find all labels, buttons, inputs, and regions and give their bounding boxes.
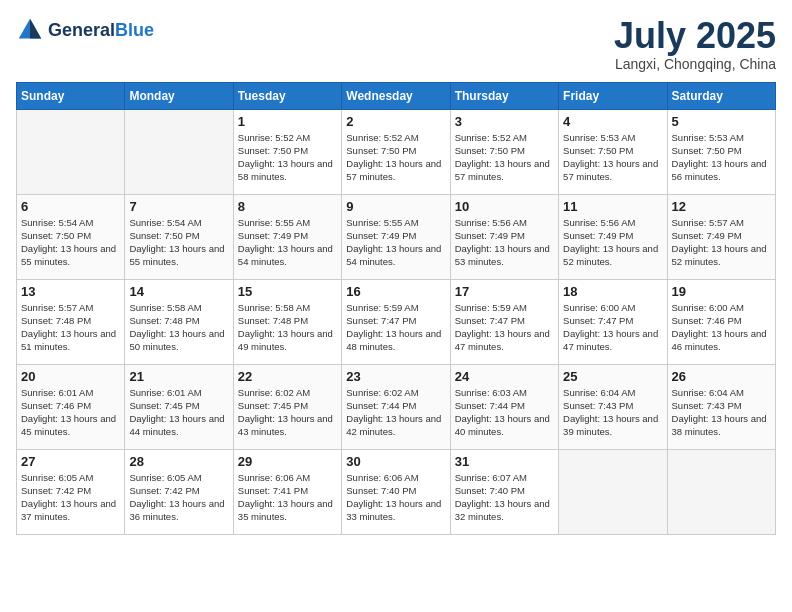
day-info: Sunrise: 5:58 AMSunset: 7:48 PMDaylight:… (238, 301, 337, 354)
day-cell-4: 4Sunrise: 5:53 AMSunset: 7:50 PMDaylight… (559, 109, 667, 194)
day-info: Sunrise: 5:53 AMSunset: 7:50 PMDaylight:… (672, 131, 771, 184)
day-number: 2 (346, 114, 445, 129)
day-cell-25: 25Sunrise: 6:04 AMSunset: 7:43 PMDayligh… (559, 364, 667, 449)
day-cell-8: 8Sunrise: 5:55 AMSunset: 7:49 PMDaylight… (233, 194, 341, 279)
month-title: July 2025 (614, 16, 776, 56)
day-cell-12: 12Sunrise: 5:57 AMSunset: 7:49 PMDayligh… (667, 194, 775, 279)
day-number: 25 (563, 369, 662, 384)
day-number: 17 (455, 284, 554, 299)
empty-cell (559, 449, 667, 534)
day-cell-20: 20Sunrise: 6:01 AMSunset: 7:46 PMDayligh… (17, 364, 125, 449)
day-number: 23 (346, 369, 445, 384)
day-info: Sunrise: 6:05 AMSunset: 7:42 PMDaylight:… (129, 471, 228, 524)
week-row-2: 6Sunrise: 5:54 AMSunset: 7:50 PMDaylight… (17, 194, 776, 279)
day-info: Sunrise: 6:06 AMSunset: 7:41 PMDaylight:… (238, 471, 337, 524)
day-cell-26: 26Sunrise: 6:04 AMSunset: 7:43 PMDayligh… (667, 364, 775, 449)
day-cell-30: 30Sunrise: 6:06 AMSunset: 7:40 PMDayligh… (342, 449, 450, 534)
day-cell-19: 19Sunrise: 6:00 AMSunset: 7:46 PMDayligh… (667, 279, 775, 364)
day-info: Sunrise: 5:56 AMSunset: 7:49 PMDaylight:… (563, 216, 662, 269)
day-cell-18: 18Sunrise: 6:00 AMSunset: 7:47 PMDayligh… (559, 279, 667, 364)
day-number: 31 (455, 454, 554, 469)
day-header-saturday: Saturday (667, 82, 775, 109)
day-cell-24: 24Sunrise: 6:03 AMSunset: 7:44 PMDayligh… (450, 364, 558, 449)
day-number: 5 (672, 114, 771, 129)
week-row-5: 27Sunrise: 6:05 AMSunset: 7:42 PMDayligh… (17, 449, 776, 534)
day-number: 30 (346, 454, 445, 469)
day-number: 19 (672, 284, 771, 299)
day-cell-28: 28Sunrise: 6:05 AMSunset: 7:42 PMDayligh… (125, 449, 233, 534)
day-number: 20 (21, 369, 120, 384)
day-number: 27 (21, 454, 120, 469)
day-cell-27: 27Sunrise: 6:05 AMSunset: 7:42 PMDayligh… (17, 449, 125, 534)
day-header-tuesday: Tuesday (233, 82, 341, 109)
location: Langxi, Chongqing, China (614, 56, 776, 72)
day-cell-17: 17Sunrise: 5:59 AMSunset: 7:47 PMDayligh… (450, 279, 558, 364)
day-cell-31: 31Sunrise: 6:07 AMSunset: 7:40 PMDayligh… (450, 449, 558, 534)
empty-cell (667, 449, 775, 534)
logo-general: General (48, 20, 115, 40)
day-number: 18 (563, 284, 662, 299)
day-number: 12 (672, 199, 771, 214)
day-number: 11 (563, 199, 662, 214)
day-number: 29 (238, 454, 337, 469)
day-header-sunday: Sunday (17, 82, 125, 109)
day-info: Sunrise: 5:52 AMSunset: 7:50 PMDaylight:… (238, 131, 337, 184)
day-info: Sunrise: 5:52 AMSunset: 7:50 PMDaylight:… (455, 131, 554, 184)
day-info: Sunrise: 5:57 AMSunset: 7:48 PMDaylight:… (21, 301, 120, 354)
day-number: 1 (238, 114, 337, 129)
day-info: Sunrise: 6:02 AMSunset: 7:44 PMDaylight:… (346, 386, 445, 439)
day-cell-7: 7Sunrise: 5:54 AMSunset: 7:50 PMDaylight… (125, 194, 233, 279)
week-row-4: 20Sunrise: 6:01 AMSunset: 7:46 PMDayligh… (17, 364, 776, 449)
day-info: Sunrise: 5:55 AMSunset: 7:49 PMDaylight:… (238, 216, 337, 269)
day-header-thursday: Thursday (450, 82, 558, 109)
day-header-wednesday: Wednesday (342, 82, 450, 109)
day-number: 16 (346, 284, 445, 299)
calendar-table: SundayMondayTuesdayWednesdayThursdayFrid… (16, 82, 776, 535)
day-number: 3 (455, 114, 554, 129)
day-header-friday: Friday (559, 82, 667, 109)
week-row-3: 13Sunrise: 5:57 AMSunset: 7:48 PMDayligh… (17, 279, 776, 364)
day-number: 7 (129, 199, 228, 214)
day-info: Sunrise: 5:53 AMSunset: 7:50 PMDaylight:… (563, 131, 662, 184)
day-info: Sunrise: 6:07 AMSunset: 7:40 PMDaylight:… (455, 471, 554, 524)
day-info: Sunrise: 5:59 AMSunset: 7:47 PMDaylight:… (455, 301, 554, 354)
day-cell-10: 10Sunrise: 5:56 AMSunset: 7:49 PMDayligh… (450, 194, 558, 279)
day-cell-9: 9Sunrise: 5:55 AMSunset: 7:49 PMDaylight… (342, 194, 450, 279)
day-cell-2: 2Sunrise: 5:52 AMSunset: 7:50 PMDaylight… (342, 109, 450, 194)
day-info: Sunrise: 6:04 AMSunset: 7:43 PMDaylight:… (563, 386, 662, 439)
day-info: Sunrise: 6:01 AMSunset: 7:46 PMDaylight:… (21, 386, 120, 439)
day-cell-21: 21Sunrise: 6:01 AMSunset: 7:45 PMDayligh… (125, 364, 233, 449)
day-cell-16: 16Sunrise: 5:59 AMSunset: 7:47 PMDayligh… (342, 279, 450, 364)
day-info: Sunrise: 6:05 AMSunset: 7:42 PMDaylight:… (21, 471, 120, 524)
day-number: 26 (672, 369, 771, 384)
logo-icon (16, 16, 44, 44)
empty-cell (125, 109, 233, 194)
day-info: Sunrise: 5:54 AMSunset: 7:50 PMDaylight:… (21, 216, 120, 269)
logo-blue: Blue (115, 20, 154, 40)
day-cell-15: 15Sunrise: 5:58 AMSunset: 7:48 PMDayligh… (233, 279, 341, 364)
day-number: 13 (21, 284, 120, 299)
page-header: GeneralBlue July 2025 Langxi, Chongqing,… (16, 16, 776, 72)
day-number: 28 (129, 454, 228, 469)
days-header-row: SundayMondayTuesdayWednesdayThursdayFrid… (17, 82, 776, 109)
day-info: Sunrise: 6:06 AMSunset: 7:40 PMDaylight:… (346, 471, 445, 524)
day-number: 6 (21, 199, 120, 214)
day-info: Sunrise: 6:03 AMSunset: 7:44 PMDaylight:… (455, 386, 554, 439)
day-header-monday: Monday (125, 82, 233, 109)
day-info: Sunrise: 5:52 AMSunset: 7:50 PMDaylight:… (346, 131, 445, 184)
day-number: 8 (238, 199, 337, 214)
svg-marker-1 (30, 19, 41, 39)
day-number: 22 (238, 369, 337, 384)
day-cell-22: 22Sunrise: 6:02 AMSunset: 7:45 PMDayligh… (233, 364, 341, 449)
day-info: Sunrise: 6:04 AMSunset: 7:43 PMDaylight:… (672, 386, 771, 439)
day-info: Sunrise: 6:00 AMSunset: 7:47 PMDaylight:… (563, 301, 662, 354)
day-info: Sunrise: 5:59 AMSunset: 7:47 PMDaylight:… (346, 301, 445, 354)
day-cell-29: 29Sunrise: 6:06 AMSunset: 7:41 PMDayligh… (233, 449, 341, 534)
day-number: 10 (455, 199, 554, 214)
day-cell-13: 13Sunrise: 5:57 AMSunset: 7:48 PMDayligh… (17, 279, 125, 364)
day-info: Sunrise: 6:01 AMSunset: 7:45 PMDaylight:… (129, 386, 228, 439)
empty-cell (17, 109, 125, 194)
day-number: 4 (563, 114, 662, 129)
title-section: July 2025 Langxi, Chongqing, China (614, 16, 776, 72)
day-cell-5: 5Sunrise: 5:53 AMSunset: 7:50 PMDaylight… (667, 109, 775, 194)
